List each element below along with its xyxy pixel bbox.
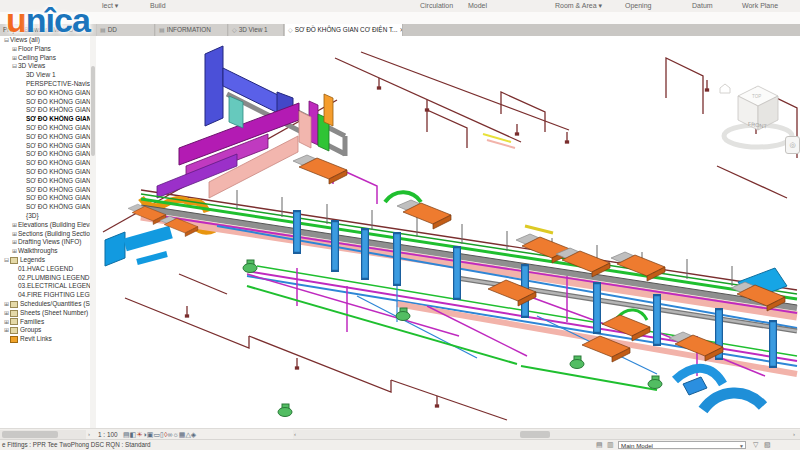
collapse-icon[interactable]: ⊟	[3, 256, 10, 265]
category-icon	[10, 318, 18, 325]
design-options-icon[interactable]: ▥	[607, 441, 614, 449]
scroll-right-button[interactable]: ›	[793, 430, 795, 439]
expand-icon[interactable]: ⊞	[3, 326, 10, 335]
browser-item-s-kh-ng-gian-ch-[interactable]: SƠ ĐỒ KHÔNG GIAN CHỮ...	[0, 98, 95, 107]
view-tab-4[interactable]: ◇SƠ ĐỒ KHÔNG GIAN CƠ ĐIỆN T...✕	[285, 24, 403, 36]
browser-horizontal-scrollbar[interactable]	[0, 430, 86, 439]
expand-icon[interactable]: ⊞	[11, 247, 18, 256]
navigation-bar-icon[interactable]: ◎	[785, 136, 800, 154]
browser-item-s-kh-ng-gian-c-p-[interactable]: SƠ ĐỒ KHÔNG GIAN CẤP...	[0, 124, 95, 133]
category-icon	[10, 336, 18, 343]
browser-item-label: Sections (Building Section)	[18, 230, 95, 239]
view-tab-3[interactable]: ◇3D View 1	[229, 24, 284, 36]
browser-item-02-plumbing-legend[interactable]: 02.PLUMBING LEGEND	[0, 274, 95, 283]
expand-icon[interactable]: ⊞	[3, 309, 10, 318]
design-option-select[interactable]: Main Model ▼	[618, 441, 746, 449]
browser-item-revit-links[interactable]: Revit Links	[0, 335, 95, 344]
expand-icon[interactable]: ⊞	[11, 54, 18, 63]
status-bar: e Fittings : PPR Tee TwoPhong DSC RQN : …	[0, 439, 800, 450]
scroll-left-button[interactable]: ‹	[294, 430, 296, 439]
close-icon[interactable]: ✕	[399, 24, 403, 36]
worksets-icon[interactable]: ▤	[596, 441, 603, 449]
ribbon-panel-build[interactable]: Build	[150, 2, 166, 9]
displacement-sets-icon[interactable]: ◈	[191, 431, 196, 438]
viewcube-home-icon[interactable]	[720, 84, 730, 93]
ribbon-panel-circulation[interactable]: Circulation	[420, 2, 453, 9]
sheet-icon: ▤	[159, 24, 165, 36]
browser-item-legends[interactable]: ⊟Legends	[0, 256, 95, 265]
browser-vertical-scrollbar[interactable]	[90, 36, 96, 428]
browser-item-3d-views[interactable]: ⊟3D Views	[0, 62, 95, 71]
browser-item-drafting-views-info-[interactable]: ⊞Drafting Views (INFO)	[0, 238, 95, 247]
scrollbar-thumb[interactable]	[520, 431, 550, 438]
expand-icon[interactable]: ⊞	[11, 230, 18, 239]
browser-item-label: SƠ ĐỒ KHÔNG GIAN ỐNG...	[26, 203, 95, 212]
browser-item-families[interactable]: ⊞Families	[0, 318, 95, 327]
browser-item-label: SƠ ĐỒ KHÔNG GIAN THO...	[26, 159, 95, 168]
browser-item-s-kh-ng-gian-ng-[interactable]: SƠ ĐỒ KHÔNG GIAN ỐNG...	[0, 177, 95, 186]
detail-level-icon[interactable]: ▤	[123, 431, 130, 438]
browser-item-label: Elevations (Building Elevation	[18, 221, 95, 230]
browser-item-s-kh-ng-gian-ng-[interactable]: SƠ ĐỒ KHÔNG GIAN ỐNG...	[0, 194, 95, 203]
browser-item-s-kh-ng-gian-ng-[interactable]: SƠ ĐỒ KHÔNG GIAN ỐNG...	[0, 203, 95, 212]
category-icon	[10, 327, 18, 334]
canvas-horizontal-scrollbar[interactable]: ‹ ›	[293, 430, 800, 439]
view-scale[interactable]: 1 : 100	[98, 431, 118, 438]
browser-item-s-kh-ng-gian-tho-[interactable]: SƠ ĐỒ KHÔNG GIAN THO...	[0, 168, 95, 177]
expand-icon[interactable]: ⊞	[11, 221, 18, 230]
browser-item-groups[interactable]: ⊞Groups	[0, 326, 95, 335]
browser-item-s-kh-ng-gian-ng-[interactable]: SƠ ĐỒ KHÔNG GIAN ỐNG...	[0, 186, 95, 195]
view-tab-2[interactable]: ▤INFORMATION	[156, 24, 228, 36]
ribbon-panel-opening[interactable]: Opening	[625, 2, 651, 9]
browser-item-s-kh-ng-gian-c-[interactable]: SƠ ĐỒ KHÔNG GIAN CƠ	[0, 115, 95, 124]
browser-item-label: SƠ ĐỒ KHÔNG GIAN CƠ Đ...	[26, 106, 95, 115]
scrollbar-thumb[interactable]	[2, 431, 58, 438]
browser-item-label: Sheets (Sheet Number)	[20, 309, 88, 318]
browser-item-schedules-quantities-schedul[interactable]: ⊞Schedules/Quantities (Schedul	[0, 300, 95, 309]
browser-item-label: SƠ ĐỒ KHÔNG GIAN ỐNG...	[26, 194, 95, 203]
expand-icon[interactable]: ⊞	[3, 318, 10, 327]
browser-item-s-kh-ng-gian-c-p-[interactable]: SƠ ĐỒ KHÔNG GIAN CẤP...	[0, 133, 95, 142]
browser-item-label: 03.ELECTRICAL LEGEND	[18, 282, 95, 291]
browser-item-s-kh-ng-gian-tha-[interactable]: SƠ ĐỒ KHÔNG GIAN THA...	[0, 150, 95, 159]
expand-icon[interactable]: ⊞	[3, 300, 10, 309]
browser-item-s-kh-ng-gian-tho-[interactable]: SƠ ĐỒ KHÔNG GIAN THO...	[0, 159, 95, 168]
scrollbar-thumb[interactable]	[91, 66, 95, 156]
expand-icon[interactable]: ⊞	[11, 45, 18, 54]
ribbon-panel-model[interactable]: Model	[468, 2, 487, 9]
expand-icon[interactable]: ⊞	[11, 238, 18, 247]
ribbon-panel-lect-[interactable]: lect ▾	[102, 2, 118, 10]
browser-item-01-hvac-legend[interactable]: 01.HVAC LEGEND	[0, 265, 95, 274]
browser-item-04-fire-fighting-legend[interactable]: 04.FIRE FIGHTING LEGEND	[0, 291, 95, 300]
browser-item-s-kh-ng-gian-c-[interactable]: SƠ ĐỒ KHÔNG GIAN CƠ Đ...	[0, 106, 95, 115]
ribbon-panel-room-area-[interactable]: Room & Area ▾	[555, 2, 602, 10]
browser-item-elevations-building-elevatio[interactable]: ⊞Elevations (Building Elevation	[0, 221, 95, 230]
filter-icon[interactable]: ▽	[753, 441, 758, 449]
drawing-area-3d-view[interactable]: FRONT TOP ◎	[97, 36, 800, 428]
browser-item-sheets-sheet-number-[interactable]: ⊞Sheets (Sheet Number)	[0, 309, 95, 318]
view-tab-1[interactable]: ▤DD	[97, 24, 155, 36]
browser-item--3d-[interactable]: {3D}	[0, 212, 95, 221]
ribbon-panel-work-plane[interactable]: Work Plane	[742, 2, 778, 9]
viewcube-top-label[interactable]: TOP	[752, 94, 761, 99]
scroll-right-button[interactable]: ›	[88, 430, 90, 439]
sheet-icon: ▤	[100, 24, 106, 36]
collapse-icon[interactable]: ⊟	[11, 62, 18, 71]
browser-item-3d-view-1[interactable]: 3D View 1	[0, 71, 95, 80]
browser-item-03-electrical-legend[interactable]: 03.ELECTRICAL LEGEND	[0, 282, 95, 291]
browser-item-s-kh-ng-gian-tha-[interactable]: SƠ ĐỒ KHÔNG GIAN THA...	[0, 142, 95, 151]
browser-item-floor-plans[interactable]: ⊞Floor Plans	[0, 45, 95, 54]
browser-item-label: Revit Links	[20, 335, 52, 344]
browser-item-walkthroughs[interactable]: ⊞Walkthroughs	[0, 247, 95, 256]
browser-item-label: Families	[20, 318, 44, 327]
browser-item-label: SƠ ĐỒ KHÔNG GIAN THO...	[26, 168, 95, 177]
mep-3d-model	[97, 36, 800, 428]
browser-item-perspective-navis[interactable]: PERSPECTIVE-Navis	[0, 80, 95, 89]
browser-item-ceiling-plans[interactable]: ⊞Ceiling Plans	[0, 54, 95, 63]
browser-item-label: 01.HVAC LEGEND	[18, 265, 73, 274]
browser-item-sections-building-section-[interactable]: ⊞Sections (Building Section)	[0, 230, 95, 239]
selection-toggle-icon[interactable]: ▧	[764, 441, 771, 449]
browser-item-s-kh-ng-gian-ch-[interactable]: SƠ ĐỒ KHÔNG GIAN CHỮ...	[0, 89, 95, 98]
browser-item-label: Ceiling Plans	[18, 54, 56, 63]
ribbon-panel-datum[interactable]: Datum	[692, 2, 713, 9]
